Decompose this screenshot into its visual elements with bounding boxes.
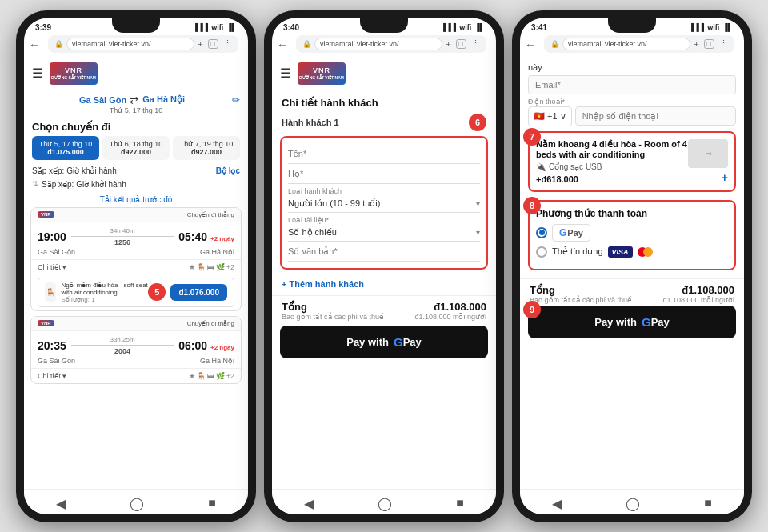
- credit-card-option[interactable]: Thẻ tín dụng VISA: [536, 246, 728, 258]
- gpay-logo-3: GPay: [642, 315, 670, 329]
- route-from-1: Ga Sài Gòn: [79, 95, 126, 105]
- nav-home-2[interactable]: ◯: [378, 496, 392, 511]
- nav-recents-1[interactable]: ■: [208, 496, 216, 511]
- filter-label[interactable]: Bộ lọc: [216, 166, 240, 175]
- tab-price-1: đ927.000: [104, 148, 168, 156]
- bottom-nav-2: ◀ ◯ ■: [272, 489, 496, 514]
- add-room-btn[interactable]: +: [722, 171, 728, 184]
- total-sub-3: đ1.108.000 mỗi người: [662, 296, 734, 304]
- pay-btn-2[interactable]: Pay with GPay: [280, 326, 488, 358]
- url-bar-3[interactable]: vietnamrail.viet-ticket.vn/: [562, 38, 690, 50]
- form-box-2: Loại hành khách Người lớn (10 - 99 tuổi)…: [280, 136, 488, 270]
- status-time-3: 3:41: [531, 23, 547, 32]
- hamburger-icon[interactable]: ☰: [32, 66, 43, 81]
- room-feature: 🔌 Cổng sạc USB: [536, 162, 688, 171]
- notch-2: [360, 18, 408, 33]
- doc-number-field[interactable]: [288, 242, 480, 262]
- screen-content-3: này Điện thoại* 🇻🇳 +1 ∨ 7: [520, 58, 744, 489]
- gpay-logo-2: GPay: [394, 335, 422, 349]
- add-tab-icon[interactable]: +: [198, 39, 202, 49]
- phone-input[interactable]: [575, 106, 736, 126]
- notch-1: [112, 18, 160, 33]
- browser-controls-1: + □ ⋮: [198, 38, 232, 49]
- nav-back-2[interactable]: ◀: [304, 496, 314, 511]
- add-passenger-btn[interactable]: + Thêm hành khách: [272, 276, 496, 295]
- nav-back-3[interactable]: ◀: [552, 496, 562, 511]
- add-tab-icon-2[interactable]: +: [446, 39, 450, 49]
- tab-count-icon-3[interactable]: □: [704, 39, 714, 49]
- status-icons-1: ▐▐▐ wifi ▐▌: [193, 23, 237, 31]
- sort-icon: ⇅: [32, 180, 38, 188]
- sort-bar: Sắp xếp: Giờ khởi hành Bộ lọc: [24, 165, 248, 178]
- mastercard-logo: [638, 247, 653, 257]
- pay-btn-3[interactable]: Pay with GPay: [528, 306, 736, 338]
- country-code[interactable]: 🇻🇳 +1 ∨: [528, 106, 572, 126]
- payment-section-wrapper: 8 Phương thức thanh toán G Pay: [520, 200, 744, 278]
- train-card-header-0: VNR Chuyến đi thắng: [31, 208, 241, 222]
- email-field[interactable]: [528, 75, 736, 94]
- back-icon-1[interactable]: ←: [29, 38, 40, 51]
- dropdown-icon-doc[interactable]: ▾: [476, 228, 480, 237]
- screen-1: 3:39 ▐▐▐ wifi ▐▌ ← 🔒 vietnamrail.viet-ti…: [24, 18, 248, 514]
- back-icon-3[interactable]: ←: [525, 38, 536, 51]
- room-price: +đ618.000: [536, 174, 688, 184]
- section-title-1: Chọn chuyến đi: [24, 118, 248, 136]
- last-name-field[interactable]: [288, 164, 480, 184]
- nav-home-3[interactable]: ◯: [626, 496, 640, 511]
- first-name-field[interactable]: [288, 144, 480, 164]
- add-tab-icon-3[interactable]: +: [694, 39, 698, 49]
- doc-type-label: Loại tài liệu*: [288, 213, 480, 224]
- tab-count-icon[interactable]: □: [208, 39, 218, 49]
- screen-3: 3:41 ▐▐▐wifi▐▌ ← 🔒 vietnamrail.viet-tick…: [520, 18, 744, 514]
- seat-name-0: Ngồi mềm điều hòa - soft seat with air c…: [61, 282, 148, 296]
- route-arrow-1: ⇄: [130, 94, 139, 106]
- date-tab-2[interactable]: Thứ 7, 19 thg 10 đ927.000: [173, 136, 240, 160]
- total-note-3: Bao gồm tất cả các phí và thuế: [530, 296, 632, 304]
- dropdown-icon-passenger[interactable]: ▾: [476, 199, 480, 208]
- edit-icon[interactable]: ✏: [232, 94, 240, 106]
- url-bar-2[interactable]: vietnamrail.viet-ticket.vn/: [314, 38, 442, 50]
- phone-row: 🇻🇳 +1 ∨: [528, 106, 736, 126]
- menu-icon-3[interactable]: ⋮: [719, 38, 728, 49]
- credit-radio[interactable]: [536, 246, 547, 258]
- dep-time-0: 19:00: [38, 230, 66, 243]
- route-date-1: Thứ 5, 17 thg 10: [24, 106, 248, 118]
- passenger-label-2: Hành khách 1 6: [272, 112, 496, 136]
- app-logo-2: VNR ĐƯỜNG SẮT VIỆT NAM: [298, 62, 346, 85]
- phone-1: 3:39 ▐▐▐ wifi ▐▌ ← 🔒 vietnamrail.viet-ti…: [16, 10, 256, 522]
- nav-recents-2[interactable]: ■: [456, 496, 464, 511]
- url-bar-1[interactable]: vietnamrail.viet-ticket.vn/: [66, 38, 194, 50]
- price-btn-0[interactable]: đ1.076.000: [170, 284, 227, 301]
- passenger-type-value: Người lớn (10 - 99 tuổi): [288, 198, 476, 209]
- detail-btn-1[interactable]: Chi tiết ▾: [38, 372, 66, 380]
- tab-count-icon-2[interactable]: □: [456, 39, 466, 49]
- notch-3: [608, 18, 656, 33]
- gpay-radio[interactable]: [536, 227, 547, 238]
- arr-station-0: Ga Hà Nội: [200, 248, 234, 256]
- passenger-type-label: Loại hành khách: [288, 184, 480, 195]
- app-header-1: ☰ VNR ĐƯỜNG SẮT VIỆT NAM: [24, 58, 248, 90]
- menu-icon-2[interactable]: ⋮: [471, 38, 480, 49]
- status-time-2: 3:40: [283, 23, 299, 32]
- seat-option-0: 🪑 Ngồi mềm điều hòa - soft seat with air…: [38, 278, 234, 307]
- train-card-0: VNR Chuyến đi thắng 19:00 34h 40m 1256 0…: [30, 207, 242, 311]
- nav-back-1[interactable]: ◀: [56, 496, 66, 511]
- menu-icon-1[interactable]: ⋮: [223, 38, 232, 49]
- payment-section: Phương thức thanh toán G Pay: [528, 200, 736, 270]
- load-more-link[interactable]: Tải kết quả trước đó: [24, 192, 248, 207]
- date-tabs-1: Thứ 5, 17 thg 10 đ1.075.000 Thứ 6, 18 th…: [24, 136, 248, 165]
- nav-home-1[interactable]: ◯: [130, 496, 144, 511]
- route-to-1: Ga Hà Nội: [142, 94, 185, 105]
- nav-recents-3[interactable]: ■: [704, 496, 712, 511]
- date-tab-0[interactable]: Thứ 5, 17 thg 10 đ1.075.000: [32, 136, 99, 160]
- detail-btn-0[interactable]: Chi tiết ▾: [38, 263, 66, 271]
- duration-0: 34h 40m 1256: [71, 227, 174, 246]
- hamburger-icon-2[interactable]: ☰: [280, 66, 291, 81]
- train-type-1: Chuyến đi thắng: [187, 320, 234, 327]
- sort-label[interactable]: Sắp xếp: Giờ khởi hành: [32, 166, 117, 175]
- date-tab-1[interactable]: Thứ 6, 18 thg 10 đ927.000: [102, 136, 170, 160]
- train-schedule-0: 19:00 34h 40m 1256 05:40 +2 ngày: [31, 222, 241, 248]
- gpay-option[interactable]: G Pay: [536, 224, 728, 242]
- back-icon-2[interactable]: ←: [277, 38, 288, 51]
- dep-station-0: Ga Sài Gòn: [38, 248, 75, 256]
